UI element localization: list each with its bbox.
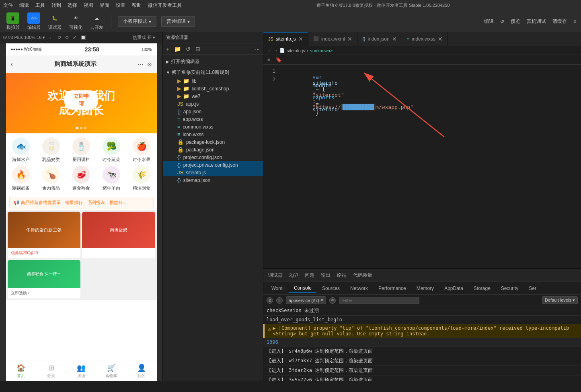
devtools-tab-appdata[interactable]: AppData (439, 284, 468, 293)
nav-forward-icon[interactable]: → (273, 48, 278, 53)
refresh-icon[interactable]: ↺ (500, 19, 504, 24)
tab-siteinfo-close-icon[interactable]: ✕ (298, 36, 303, 42)
nav-item-category[interactable]: ⊞ 分类 (36, 361, 66, 381)
compile-button[interactable]: 编译 (484, 18, 494, 25)
new-file-icon[interactable]: + (164, 45, 171, 53)
category-item-seafood[interactable]: 🐟 海鲜水产 (8, 137, 35, 163)
file-package-json[interactable]: 🔒 package.json (163, 146, 263, 153)
category-item-dairy[interactable]: 🥛 乳品奶类 (38, 137, 65, 163)
nav-back-icon[interactable]: ← (267, 48, 272, 53)
file-common-wxss[interactable]: ≡ common.wxss (163, 123, 263, 131)
tab-index-json[interactable]: {} index.json ✕ (357, 32, 402, 46)
file-app-json[interactable]: {} app.json (163, 108, 263, 115)
editor-button[interactable]: </> 编辑器 (26, 12, 42, 31)
pause-console-icon[interactable]: ⏸ (276, 297, 283, 304)
code-editor[interactable]: 1 var siteinfo = { "siteroot" : "https:/… (263, 65, 581, 268)
file-app-wxss[interactable]: ≡ app.wxss (163, 115, 263, 123)
menu-item-edit[interactable]: 编辑 (19, 2, 29, 9)
category-item-hotpot[interactable]: 🔥 涮锅必备 (8, 166, 35, 191)
category-item-veggie[interactable]: 🥦 时令蔬菜 (98, 137, 125, 163)
appservice-dropdown[interactable]: appservice (#7) ▾ (286, 296, 326, 304)
eye-icon[interactable]: 👁 (329, 297, 336, 304)
banner-cta-button[interactable]: 立即申请 (64, 90, 98, 110)
project-section-header[interactable]: ▼ 狮子鱼修安前端11.8新规则 (163, 68, 263, 77)
tab-wxss-close-icon[interactable]: ✕ (438, 36, 443, 42)
devtools-tab-security[interactable]: Security (496, 284, 523, 293)
tab-index-wxss[interactable]: ≡ index.wxss ✕ (402, 32, 448, 46)
new-folder-icon[interactable]: 📁 (172, 45, 183, 53)
compile-selector[interactable]: 普通编译 ▾ (161, 16, 195, 27)
product-card-beef[interactable]: 牛排的蛋白新主张 领券满200减20 (8, 212, 81, 258)
phone-nav-home[interactable]: ⊙ (65, 35, 69, 40)
open-editors-header[interactable]: ▶ 打开的编辑器 (163, 57, 263, 66)
menu-item-interface[interactable]: 界面 (100, 2, 109, 9)
preview-button[interactable]: 预览 (511, 18, 520, 25)
nav-item-home[interactable]: 🏠 首页 (6, 361, 36, 381)
devtools-tab-network[interactable]: Network (345, 284, 373, 293)
menu-item-goto[interactable]: 转到 (51, 2, 61, 9)
more-options-icon[interactable]: ··· (138, 60, 144, 68)
category-item-spice[interactable]: 🧂 厨用调料 (68, 137, 95, 163)
menu-item-select[interactable]: 选择 (68, 2, 77, 9)
category-item-grain[interactable]: 🌾 粮油副食 (128, 166, 155, 191)
clear-console-icon[interactable]: ⊘ (267, 297, 273, 304)
tab-json-close-icon[interactable]: ✕ (392, 36, 397, 42)
camera-icon[interactable]: ⊙ (147, 61, 152, 67)
file-app-js[interactable]: JS app.js (163, 100, 263, 108)
visualize-button[interactable]: 👁 可视化 (68, 12, 84, 31)
debugger-button[interactable]: 🐛 调试器 (47, 12, 63, 31)
menu-item-file[interactable]: 文件 (3, 2, 13, 9)
category-item-fruit[interactable]: 🍎 时令水果 (128, 137, 155, 163)
bookmark-icon[interactable]: 🔖 (274, 56, 283, 63)
folder-we7[interactable]: ▶ 📁 we7 (163, 92, 263, 100)
devtools-tab-wxml[interactable]: Wxml (267, 284, 288, 293)
devtools-tab-ser[interactable]: Ser (524, 284, 541, 293)
tab-wxml-close-icon[interactable]: ✕ (347, 36, 352, 42)
menu-item-help[interactable]: 帮助 (132, 2, 142, 9)
hotload-toggle[interactable]: 热重载 开 ▾ (133, 35, 155, 41)
devtools-quality-tab[interactable]: 代码质量 (353, 272, 372, 279)
menu-item-settings[interactable]: 设置 (116, 2, 125, 9)
breadcrumb-file[interactable]: siteinfo.js (287, 48, 305, 53)
phone-resolution[interactable]: 6/7/8 Plus 100% 16 ▾ (3, 35, 45, 40)
phone-nav-rotate[interactable]: ⤢ (73, 35, 76, 40)
folder-lib[interactable]: ▶ 📁 lib (163, 77, 263, 85)
more-icon[interactable]: ≡ (573, 19, 576, 24)
tab-index-wxml[interactable]: ⬛ index.wxml ✕ (308, 32, 357, 46)
format-icon[interactable]: ≡ (266, 56, 272, 63)
file-icon-wxss[interactable]: ≡ icon.wxss (163, 131, 263, 138)
category-item-poultry[interactable]: 🍗 禽肉蛋品 (38, 166, 65, 191)
console-filter-input[interactable] (339, 297, 419, 304)
file-sitemap-json[interactable]: {} sitemap.json (163, 176, 263, 184)
product-card-poultry[interactable]: 肉禽蛋奶 (82, 212, 155, 258)
collapse-all-icon[interactable]: ⊟ (194, 45, 202, 53)
nav-item-profile[interactable]: 👤 我的 (127, 361, 157, 381)
cloud-button[interactable]: ☁ 云开发 (88, 12, 105, 31)
devtools-tab-storage[interactable]: Storage (469, 284, 495, 293)
product-card-salad[interactable]: 醒春轻食 买一赠一 立即选购 › (8, 260, 81, 298)
devtools-output-tab[interactable]: 输出 (321, 272, 331, 279)
devtools-tab-console[interactable]: Console (289, 284, 316, 293)
devtools-terminal-tab[interactable]: 终端 (337, 272, 347, 279)
devtools-tab-performance[interactable]: Performance (374, 284, 411, 293)
phone-nav-screenshot[interactable]: 🔲 (80, 35, 86, 40)
clear-cache-button[interactable]: 清缓存 (552, 18, 567, 25)
devtools-problems-tab[interactable]: 问题 (305, 272, 314, 279)
phone-nav-refresh[interactable]: ↺ (57, 35, 61, 40)
log-levels-selector[interactable]: Default levels ▾ (542, 296, 578, 304)
file-project-private-config[interactable]: {} project.private.config.json (163, 161, 263, 169)
devtools-tab-memory[interactable]: Memory (412, 284, 439, 293)
menu-item-tools[interactable]: 工具 (35, 2, 45, 9)
nav-item-group[interactable]: 👥 拼团 (66, 361, 96, 381)
file-siteinfo-js[interactable]: JS siteinfo.js (163, 169, 263, 176)
tab-siteinfo-js[interactable]: JS siteinfo.js ✕ (263, 32, 308, 46)
simulator-button[interactable]: 📱 模拟器 (5, 12, 21, 31)
file-more-icon[interactable]: ··· (253, 45, 261, 53)
phone-nav-back[interactable]: ← (49, 35, 53, 40)
devtools-tab-sources[interactable]: Sources (317, 284, 345, 293)
category-item-cooked[interactable]: 🥩 速食熟食 (68, 166, 95, 191)
folder-comshop[interactable]: ▶ 📁 lionfish_comshop (163, 85, 263, 92)
refresh-files-icon[interactable]: ↺ (184, 45, 192, 53)
mode-selector[interactable]: 小程序模式 ▾ (118, 16, 156, 27)
nav-item-cart[interactable]: 🛒 购物车 (96, 361, 127, 381)
